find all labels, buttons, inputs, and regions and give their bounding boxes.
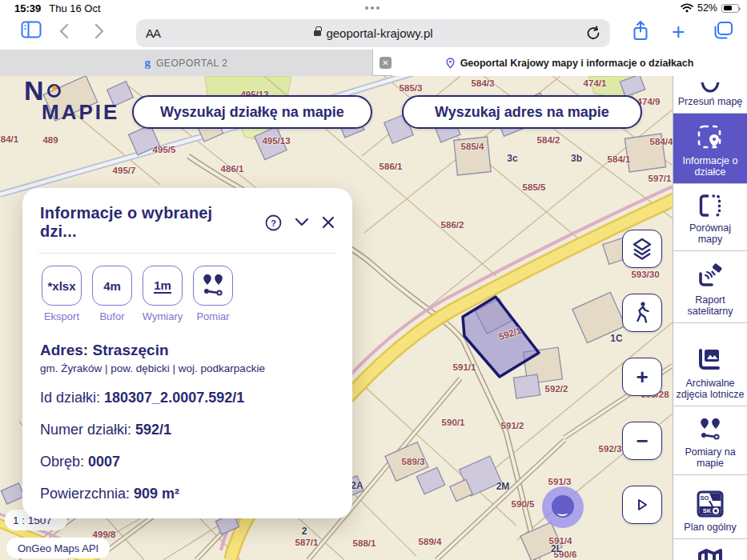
pan-right-button[interactable] [622, 486, 662, 524]
site-logo: N MAPIE [24, 78, 119, 122]
compare-icon [697, 192, 724, 219]
tab-geoportal2[interactable]: g GEOPORTAL 2 [0, 50, 373, 76]
sidebar-item-label: Raport satelitarny [676, 294, 745, 318]
map-attribution: OnGeo Maps API [6, 538, 110, 558]
collapse-chevron-icon[interactable] [295, 218, 309, 227]
reload-button[interactable] [587, 26, 600, 41]
map-icon [696, 546, 725, 560]
wifi-icon [681, 3, 693, 13]
plan-icon: SOSK [696, 490, 725, 518]
action-label: Wymiary [143, 310, 183, 322]
zoom-out-button[interactable]: − [622, 422, 662, 460]
geoportal-logo: g [144, 56, 151, 70]
battery-percent: 52% [697, 2, 717, 14]
svg-text:?: ? [271, 218, 276, 227]
map-pin-icon [446, 58, 455, 69]
help-icon[interactable]: ? [265, 214, 282, 231]
sidebar-item-plan[interactable]: SOSKPlan ogólny [673, 475, 747, 539]
tab-geoportal-krajowy[interactable]: Geoportal Krajowy mapy i informacje o dz… [392, 50, 747, 76]
info-row: Powierzchnia: 909 m² [40, 486, 335, 502]
archive-icon [696, 346, 725, 374]
street-view-button[interactable] [622, 294, 662, 332]
parcel-info-icon [696, 123, 725, 152]
sidebar-item-label: Przesuń mapę [678, 96, 743, 108]
sidebar-item-satellite[interactable]: Raport satelitarny [673, 251, 747, 323]
action-wymiary[interactable]: 1mWymiary [141, 266, 184, 322]
sidebar-item-label: Porównaj mapy [676, 222, 745, 246]
forward-button[interactable] [93, 23, 106, 39]
hand-icon [698, 82, 722, 93]
sidebar-item-compare[interactable]: Porównaj mapy [673, 184, 747, 251]
battery-icon [721, 4, 739, 13]
reader-mode-button[interactable]: AA [146, 26, 160, 40]
tab-close-button[interactable]: ✕ [380, 57, 392, 69]
sidebar-item-archive[interactable]: Archiwalne zdjęcia lotnicze [673, 323, 747, 406]
info-row: Id działki: 180307_2.0007.592/1 [40, 390, 335, 406]
url-text: geoportal-krajowy.pl [326, 26, 432, 40]
action-eksport[interactable]: *xlsxEksport [40, 266, 83, 322]
address-line: Adres: Straszęcin [40, 342, 335, 359]
close-icon[interactable] [322, 216, 335, 229]
browser-toolbar: AA geoportal-krajowy.pl + [0, 16, 747, 50]
chat-button[interactable] [542, 486, 584, 528]
panel-title: Informacje o wybranej dzi... [40, 204, 252, 241]
back-button[interactable] [58, 23, 70, 39]
sidebar-item-parcel-info[interactable]: Informacje o działce [673, 114, 747, 184]
sidebar-toggle-icon[interactable] [21, 21, 42, 38]
sidebar-item-label: Plan ogólny [684, 522, 736, 534]
tabs-overview-icon[interactable] [713, 21, 733, 40]
status-date: Thu 16 Oct [49, 2, 100, 14]
svg-text:SO: SO [701, 494, 709, 502]
status-bar: 15:39 Thu 16 Oct 52% [0, 0, 747, 18]
action-label: Pomiar [196, 310, 229, 322]
action-bufor[interactable]: 4mBufor [90, 266, 134, 322]
share-icon[interactable] [632, 20, 649, 42]
sidebar-item-label: Informacje o działce [676, 155, 745, 179]
parcel-info-panel: Informacje o wybranej dzi... ? *xlsxEksp… [22, 188, 352, 518]
url-bar[interactable]: AA geoportal-krajowy.pl [136, 19, 610, 47]
tools-sidebar: Przesuń mapęInformacje o działcePorównaj… [673, 76, 747, 560]
action-pomiar[interactable]: Pomiar [191, 266, 235, 322]
lock-icon [314, 30, 321, 36]
logo-pin-icon [47, 84, 61, 98]
status-time: 15:39 [14, 2, 41, 14]
zoom-in-button[interactable]: + [622, 358, 662, 396]
pins-icon [697, 416, 724, 443]
tab-strip: g GEOPORTAL 2 ✕ Geoportal Krajowy mapy i… [0, 50, 747, 76]
info-row: Obwód: 123 m [40, 518, 335, 518]
search-parcel-button[interactable]: Wyszukaj działkę na mapie [132, 95, 372, 129]
action-label: Bufor [99, 310, 124, 322]
satellite-icon [696, 262, 725, 291]
sidebar-item-map[interactable] [673, 539, 747, 560]
info-row: Numer działki: 592/1 [40, 422, 335, 438]
search-address-button[interactable]: Wyszukaj adres na mapie [402, 95, 642, 129]
sidebar-item-label: Archiwalne zdjęcia lotnicze [676, 378, 745, 402]
address-subline: gm. Żyraków | pow. dębicki | woj. podkar… [40, 362, 335, 374]
svg-text:SK: SK [703, 507, 712, 514]
sidebar-item-pins[interactable]: Pomiary na mapie [673, 406, 747, 475]
action-label: Eksport [44, 310, 79, 322]
info-row: Obręb: 0007 [40, 454, 335, 470]
sidebar-item-hand[interactable]: Przesuń mapę [673, 76, 747, 114]
sidebar-item-label: Pomiary na mapie [676, 446, 745, 470]
multitask-dots-icon [365, 6, 380, 10]
new-tab-button[interactable]: + [672, 19, 685, 45]
layers-button[interactable] [622, 230, 662, 268]
